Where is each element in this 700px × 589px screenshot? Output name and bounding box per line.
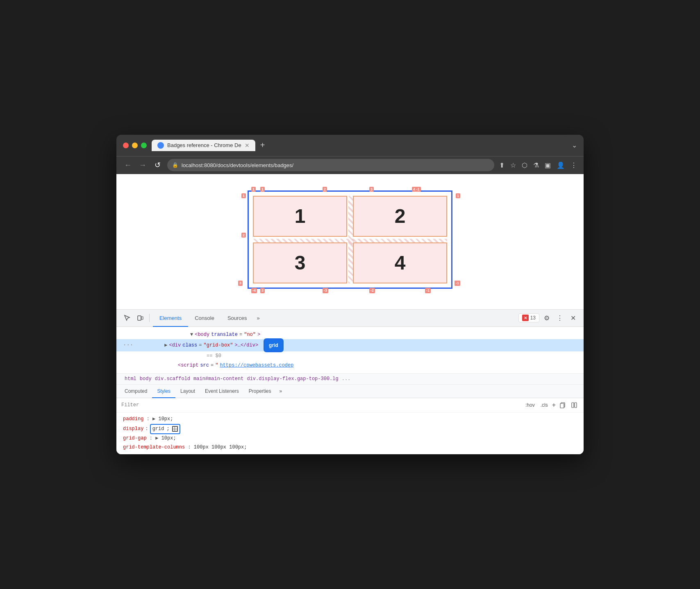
url-bar[interactable]: 🔒 localhost:8080/docs/devtools/elements/… <box>167 159 494 171</box>
tab-title: Badges reference - Chrome De <box>167 142 241 148</box>
breadcrumb-div[interactable]: div.display-flex.gap-top-300.lg <box>245 375 340 383</box>
tab-layout[interactable]: Layout <box>175 385 200 398</box>
cls-button[interactable]: .cls <box>539 401 550 409</box>
grid-cell-1: 1 <box>253 196 347 237</box>
page-content: 1 1 2 3 4 -1 1 2 3 -4 3 -3 -2 -1 1 -1 <box>116 174 584 309</box>
url-text: localhost:8080/docs/devtools/elements/ba… <box>182 162 293 168</box>
breadcrumb-more[interactable]: ... <box>340 375 352 383</box>
bookmark-icon[interactable]: ☆ <box>510 161 516 169</box>
error-icon: ✕ <box>522 315 529 321</box>
address-icons: ⬆ ☆ ⬡ ⚗ ▣ 👤 ⋮ <box>499 161 577 169</box>
display-grid-highlight: grid ; <box>150 424 180 435</box>
forward-button[interactable]: → <box>138 161 148 170</box>
line-num-top-1: 1 <box>251 187 256 192</box>
back-button[interactable]: ← <box>123 161 133 170</box>
tab-styles[interactable]: Styles <box>152 385 175 398</box>
breadcrumb-html[interactable]: html <box>123 375 138 383</box>
reload-button[interactable]: ↺ <box>152 161 162 170</box>
dom-dollar-zero-line: == $0 <box>116 351 584 360</box>
tab-bar: Badges reference - Chrome De ✕ + ⌄ <box>152 139 577 152</box>
breadcrumb-main[interactable]: main#main-content <box>192 375 245 383</box>
grid-visualization: 1 1 2 3 4 -1 1 2 3 -4 3 -3 -2 -1 1 -1 <box>133 182 567 301</box>
line-num-bot-1: -1 <box>425 288 431 293</box>
browser-window: Badges reference - Chrome De ✕ + ⌄ ← → ↺… <box>116 135 584 455</box>
svg-rect-1 <box>141 317 143 319</box>
filter-input[interactable] <box>121 402 520 408</box>
maximize-button[interactable] <box>141 143 147 148</box>
tab-computed[interactable]: Computed <box>120 385 152 398</box>
line-num-top-1b: 1 <box>260 187 265 192</box>
grid-cell-2: 2 <box>353 196 447 237</box>
active-tab[interactable]: Badges reference - Chrome De ✕ <box>152 140 255 151</box>
svg-rect-0 <box>138 316 141 320</box>
devtools-close-button[interactable]: ✕ <box>567 312 579 324</box>
line-num-bot-4: -4 <box>251 288 257 293</box>
extensions-icon[interactable]: ⬡ <box>522 161 527 169</box>
styles-more-tabs[interactable]: » <box>276 385 286 397</box>
close-button[interactable] <box>123 143 129 148</box>
dom-script-line: <script src = " https://cpwebassets.code… <box>116 361 584 370</box>
new-tab-button[interactable]: + <box>257 139 268 152</box>
device-mode-button[interactable] <box>134 312 146 324</box>
dom-div-line[interactable]: ··· ▶ <div class = "grid-box" >…</div> g… <box>116 339 584 351</box>
tab-event-listeners[interactable]: Event Listeners <box>200 385 244 398</box>
tab-properties[interactable]: Properties <box>244 385 276 398</box>
layout-toggle-button[interactable] <box>570 401 579 410</box>
copy-styles-button[interactable] <box>558 401 567 410</box>
css-grid-template-columns: grid-template-columns : 100px 100px 100p… <box>123 443 577 452</box>
filter-actions: :hov .cls + <box>524 401 579 410</box>
minimize-button[interactable] <box>132 143 138 148</box>
grid-cell-4: 4 <box>353 242 447 283</box>
error-badge[interactable]: ✕ 13 <box>518 313 539 322</box>
svg-rect-4 <box>572 403 574 408</box>
toolbar-separator <box>149 314 150 322</box>
devtools-toolbar: Elements Console Sources » ✕ 13 ⚙ ⋮ ✕ <box>116 310 584 327</box>
tab-sources[interactable]: Sources <box>221 310 254 327</box>
css-grid-gap: grid-gap : ▶ 10px; <box>123 434 577 443</box>
filter-bar: :hov .cls + <box>116 398 584 412</box>
tab-close-icon[interactable]: ✕ <box>245 142 250 149</box>
devtools-more-button[interactable]: ⋮ <box>554 312 566 324</box>
script-src-link[interactable]: https://cpwebassets.codep <box>220 361 293 369</box>
grid-cell-3: 3 <box>253 242 347 283</box>
css-properties: padding : ▶ 10px; display : grid ; <box>116 412 584 454</box>
css-display: display : grid ; <box>123 424 577 435</box>
line-num-left-3: 3 <box>238 281 243 286</box>
expand-dots[interactable]: ··· <box>123 340 133 350</box>
add-style-button[interactable]: + <box>552 401 556 409</box>
hov-button[interactable]: :hov <box>524 401 536 409</box>
line-num-bot-3b: -3 <box>323 288 328 293</box>
grid-demo: 1 1 2 3 4 -1 1 2 3 -4 3 -3 -2 -1 1 -1 <box>248 190 452 289</box>
tab-menu-button[interactable]: ⌄ <box>572 141 577 149</box>
breadcrumb-scaffold[interactable]: div.scaffold <box>153 375 192 383</box>
breadcrumb-body[interactable]: body <box>138 375 153 383</box>
tab-elements[interactable]: Elements <box>153 310 188 327</box>
sidebar-icon[interactable]: ▣ <box>545 161 551 169</box>
svg-rect-5 <box>575 403 577 408</box>
tab-favicon <box>157 142 164 149</box>
line-num-right-m1: -1 <box>455 281 460 286</box>
browser-more-icon[interactable]: ⋮ <box>570 161 577 169</box>
inspect-element-button[interactable] <box>121 312 133 324</box>
more-tabs-button[interactable]: » <box>254 315 263 321</box>
line-num-bot-2: -2 <box>369 288 375 293</box>
line-num-left-2: 2 <box>241 233 246 238</box>
dom-body-line: ▼ <body translate = "no" > <box>116 330 584 339</box>
account-icon[interactable]: 👤 <box>557 161 565 169</box>
svg-rect-3 <box>560 403 564 408</box>
devtools-settings-button[interactable]: ⚙ <box>541 312 552 324</box>
tab-console[interactable]: Console <box>188 310 221 327</box>
css-padding: padding : ▶ 10px; <box>123 415 577 424</box>
address-bar: ← → ↺ 🔒 localhost:8080/docs/devtools/ele… <box>116 156 584 174</box>
devtools-panel: Elements Console Sources » ✕ 13 ⚙ ⋮ ✕ <box>116 309 584 455</box>
experiment-icon[interactable]: ⚗ <box>533 161 539 169</box>
line-num-top-4: 4 -1 <box>412 187 421 192</box>
dollar-zero: == $0 <box>207 352 221 360</box>
title-bar: Badges reference - Chrome De ✕ + ⌄ <box>116 135 584 156</box>
grid-layout-icon[interactable] <box>172 426 178 432</box>
grid-badge[interactable]: grid <box>265 340 282 351</box>
line-num-right-1: 1 <box>456 193 460 199</box>
line-num-top-2: 2 <box>323 187 327 192</box>
share-icon[interactable]: ⬆ <box>499 161 505 169</box>
line-num-left-1: 1 <box>241 193 246 199</box>
